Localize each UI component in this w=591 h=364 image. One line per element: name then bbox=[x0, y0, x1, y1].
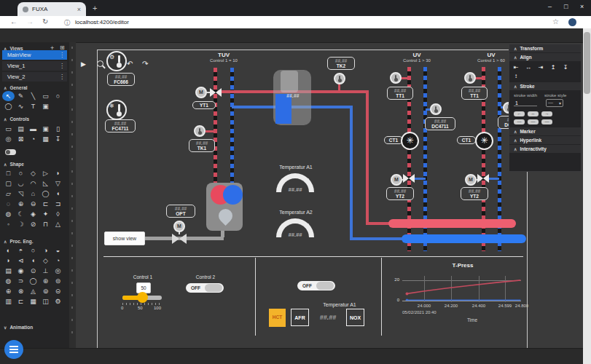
filter-tool[interactable]: ▦ bbox=[27, 296, 39, 306]
gauge-tool[interactable]: ◎ bbox=[2, 134, 15, 144]
browser-tab[interactable]: FUXA × bbox=[17, 2, 86, 16]
window-minimize-button[interactable]: – bbox=[548, 3, 552, 10]
circle-plus-tool[interactable]: ⊕ bbox=[15, 199, 27, 209]
pipe-bend-tool[interactable]: ⊃ bbox=[15, 276, 27, 286]
dotted-circle-tool[interactable]: ◌ bbox=[2, 199, 15, 209]
pipe-stub-blue[interactable] bbox=[413, 178, 426, 180]
sensor-dc4711a-icon[interactable] bbox=[430, 103, 442, 115]
pipe-red[interactable] bbox=[366, 90, 369, 225]
corner-triangle-tool[interactable]: ◹ bbox=[15, 189, 27, 199]
tag-ct1b[interactable]: CT1 bbox=[457, 136, 476, 144]
stroke-style-select[interactable]: ╌╌ ▾ bbox=[546, 99, 563, 107]
triangle-down-tool[interactable]: ▽ bbox=[52, 178, 64, 189]
bracket-right-tool[interactable]: ⊐ bbox=[52, 199, 64, 209]
pipe-stub-red[interactable] bbox=[401, 77, 409, 79]
proc-eng-section-header[interactable]: ∧ Proc. Eng. bbox=[0, 237, 69, 245]
hopper-tool[interactable]: ⊏ bbox=[15, 296, 27, 306]
sensor-label-yt2b[interactable]: ##.## YT2 bbox=[461, 187, 488, 200]
line-solid-1-button[interactable]: — bbox=[514, 119, 525, 124]
bookmark-star-icon[interactable]: ☆ bbox=[552, 17, 559, 25]
table-tool[interactable]: ▦ bbox=[39, 134, 52, 144]
vessel-left-tool[interactable]: ◖ bbox=[27, 256, 39, 266]
pentagon-tool[interactable]: ⌂ bbox=[27, 189, 39, 199]
nox-button[interactable]: NOX bbox=[346, 309, 364, 326]
circle-tool[interactable]: ○ bbox=[52, 91, 64, 101]
valve-x-tool[interactable]: ⊗ bbox=[15, 286, 27, 296]
half-circle-tool[interactable]: ◗ bbox=[52, 168, 64, 178]
pipe-gray[interactable] bbox=[221, 230, 224, 237]
pump-2-tool[interactable]: ⊚ bbox=[39, 286, 52, 296]
mixer-tool[interactable]: ◯ bbox=[27, 276, 39, 286]
stroke-width-input[interactable] bbox=[514, 100, 537, 106]
control2-toggle[interactable]: OFF bbox=[186, 283, 224, 293]
browser-scrollbar-thumb[interactable] bbox=[584, 32, 590, 94]
general-section-header[interactable]: ∧ General bbox=[0, 84, 69, 91]
blower-tool[interactable]: ◒ bbox=[52, 245, 64, 256]
html-input-tool[interactable]: ▭ bbox=[2, 124, 15, 134]
circle-minus-tool[interactable]: ⊖ bbox=[27, 199, 39, 209]
concave-diamond-tool[interactable]: ◈ bbox=[27, 209, 39, 219]
valve-left-tool[interactable]: ⊲ bbox=[15, 256, 27, 266]
lens-tool[interactable]: ◊ bbox=[52, 209, 64, 219]
sensor-tk2-icon[interactable] bbox=[334, 73, 345, 84]
sensor-label-tt1b[interactable]: ##.## TT1 bbox=[461, 87, 488, 100]
sensor-label-yt2a[interactable]: ##.## YT2 bbox=[386, 187, 414, 200]
sensor-fc666-icon[interactable]: ⚙ bbox=[106, 51, 127, 71]
graph-box-tool[interactable]: ⊠ bbox=[15, 134, 27, 144]
align-right-icon[interactable]: ⇥ bbox=[536, 64, 546, 71]
valve-yt2b[interactable] bbox=[477, 174, 489, 183]
vent-tool[interactable]: ⊝ bbox=[52, 286, 64, 296]
shape-section-header[interactable]: ∧ Shape bbox=[0, 160, 69, 167]
diamond-tool[interactable]: ◇ bbox=[27, 168, 39, 178]
ellipse-tool[interactable]: ◯ bbox=[2, 101, 15, 111]
sensor-label-fc4711[interactable]: ##.## FC4711 bbox=[105, 119, 136, 132]
valve-2-tool[interactable]: ◑ bbox=[39, 245, 52, 256]
divider-vertical[interactable] bbox=[255, 258, 256, 336]
divider-vertical[interactable] bbox=[381, 258, 382, 336]
turbine-tool[interactable]: ⊛ bbox=[39, 276, 52, 286]
pencil-tool[interactable]: ✎ bbox=[15, 91, 27, 101]
crescent-tool[interactable]: ☾ bbox=[15, 209, 27, 219]
line-solid-3-button[interactable]: — bbox=[541, 119, 552, 124]
sensor-tk1-icon[interactable] bbox=[194, 125, 206, 137]
valve-yt1[interactable] bbox=[210, 88, 222, 97]
fan-ct1b-icon[interactable]: ✳ bbox=[475, 132, 493, 150]
right-triangle-tool[interactable]: ◺ bbox=[39, 178, 52, 189]
sensor-tt1a-icon[interactable] bbox=[390, 72, 402, 84]
triangle-right-tool[interactable]: ▷ bbox=[39, 168, 52, 178]
url-field[interactable]: localhost:4200/editor bbox=[75, 19, 129, 25]
circle-slash-tool[interactable]: ⊘ bbox=[27, 219, 39, 229]
pipe-blue[interactable] bbox=[350, 237, 403, 240]
valve-gray[interactable] bbox=[172, 234, 187, 244]
transform-section-header[interactable]: ∧ Transform bbox=[509, 44, 581, 52]
window-close-button[interactable]: × bbox=[580, 3, 584, 10]
new-tab-button[interactable]: + bbox=[93, 4, 97, 12]
arc-top-tool[interactable]: ◠ bbox=[27, 178, 39, 189]
controls-section-header[interactable]: ∧ Controls bbox=[0, 115, 69, 122]
sidebar-view-mainview[interactable]: MainView⋮ bbox=[2, 50, 67, 60]
view-menu-icon[interactable]: ⋮ bbox=[59, 63, 67, 69]
image-tool[interactable]: ▣ bbox=[39, 101, 52, 111]
align-top-icon[interactable]: ↥ bbox=[548, 64, 558, 71]
path-tool[interactable]: ∿ bbox=[15, 101, 27, 111]
kettle-tool[interactable]: ◎ bbox=[52, 266, 64, 276]
boiler-tool[interactable]: ⊙ bbox=[27, 266, 39, 276]
pump-round-tool[interactable]: ◓ bbox=[15, 245, 27, 256]
hyperlink-section-header[interactable]: ∧ Hyperlink bbox=[509, 136, 581, 144]
instrument-tool[interactable]: ◫ bbox=[39, 296, 52, 306]
fan-unit-tool[interactable]: ⊜ bbox=[52, 276, 64, 286]
cylinder-tool[interactable]: ⊓ bbox=[39, 219, 52, 229]
zone-title-uv2[interactable]: UV Control 1 > 60 bbox=[469, 52, 513, 63]
fan-ct1a-icon[interactable]: ✳ bbox=[401, 132, 419, 150]
animation-section-header[interactable]: ∨ Animation bbox=[0, 323, 69, 331]
parallelogram-tool[interactable]: ▱ bbox=[2, 189, 15, 199]
view-menu-icon[interactable]: ⋮ bbox=[59, 52, 67, 58]
sidebar-scrollbar[interactable] bbox=[69, 42, 76, 348]
bracket-left-tool[interactable]: ⊏ bbox=[39, 199, 52, 209]
valve-yt2a[interactable] bbox=[403, 174, 415, 183]
chart-plot-area[interactable] bbox=[402, 274, 522, 301]
line-arrow-end-button[interactable]: → bbox=[541, 111, 552, 116]
sensor-label-dc4711a[interactable]: ##.## DC4711 bbox=[425, 117, 455, 130]
sidebar-view-view_2[interactable]: View_2⋮ bbox=[2, 72, 67, 82]
pipe-red[interactable] bbox=[366, 222, 390, 225]
